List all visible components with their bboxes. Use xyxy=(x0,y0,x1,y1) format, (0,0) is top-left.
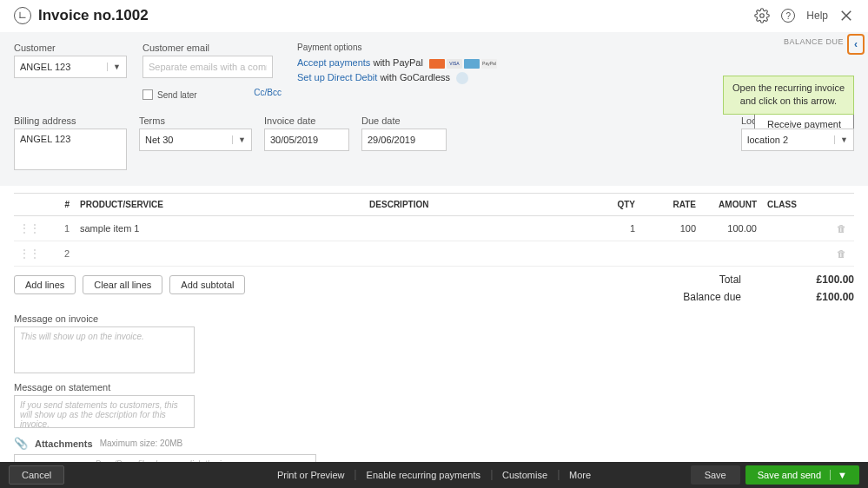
direct-debit-rest: with GoCardless xyxy=(377,72,450,82)
billing-address-input[interactable]: ANGEL 123 xyxy=(14,129,127,170)
billing-address-field: Billing address ANGEL 123 xyxy=(14,115,127,170)
ccbcc-link[interactable]: Cc/Bcc xyxy=(254,88,282,97)
row-class[interactable] xyxy=(762,241,832,267)
gocardless-icon xyxy=(456,72,468,84)
table-row[interactable]: ⋮⋮ 1 sample item 1 1 100 100.00 🗑 xyxy=(14,216,854,241)
enable-recurring-button[interactable]: Enable recurring payments xyxy=(356,470,492,480)
row-product[interactable]: sample item 1 xyxy=(75,216,364,241)
message-on-invoice-label: Message on invoice xyxy=(14,313,854,324)
row-rate[interactable] xyxy=(640,241,701,267)
customer-email-input[interactable] xyxy=(142,56,273,78)
col-qty: QTY xyxy=(580,194,640,216)
help-icon[interactable]: ? xyxy=(780,8,796,23)
row-product[interactable] xyxy=(75,241,364,267)
customer-value: ANGEL 123 xyxy=(20,62,70,72)
add-subtotal-button[interactable]: Add subtotal xyxy=(169,275,245,294)
terms-select[interactable]: Net 30 ▼ xyxy=(139,129,252,151)
billing-address-label: Billing address xyxy=(14,115,127,126)
mastercard-icon xyxy=(429,59,445,69)
cancel-button[interactable]: Cancel xyxy=(9,465,64,485)
totals: Total £100.00 Balance due £100.00 xyxy=(683,274,854,308)
row-qty[interactable] xyxy=(580,241,640,267)
open-drawer-arrow[interactable]: ‹ xyxy=(847,34,865,55)
invoice-date-label: Invoice date xyxy=(264,115,349,126)
terms-value: Net 30 xyxy=(145,135,173,145)
print-preview-button[interactable]: Print or Preview xyxy=(267,470,356,480)
gear-icon[interactable] xyxy=(754,8,770,23)
drag-handle-icon[interactable]: ⋮⋮ xyxy=(19,222,40,234)
save-and-send-button[interactable]: Save and send ▼ xyxy=(745,465,859,485)
chevron-down-icon: ▼ xyxy=(232,135,246,144)
row-description[interactable] xyxy=(364,216,580,241)
chevron-down-icon[interactable]: ▼ xyxy=(830,470,847,480)
customer-select[interactable]: ANGEL 123 ▼ xyxy=(14,56,127,78)
row-amount[interactable]: 100.00 xyxy=(701,216,762,241)
message-on-statement-label: Message on statement xyxy=(14,382,854,392)
row-num: 2 xyxy=(45,241,75,267)
chevron-down-icon: ▼ xyxy=(107,63,121,71)
more-button[interactable]: More xyxy=(559,470,601,480)
customer-email-label: Customer email xyxy=(142,43,282,53)
due-date-label: Due date xyxy=(361,115,447,126)
save-button[interactable]: Save xyxy=(691,465,740,485)
add-lines-button[interactable]: Add lines xyxy=(14,275,76,294)
line-items-table: # PRODUCT/SERVICE DESCRIPTION QTY RATE A… xyxy=(14,193,854,267)
col-rate: RATE xyxy=(640,194,701,216)
balance-due-value: £100.00 xyxy=(793,291,854,303)
clear-all-lines-button[interactable]: Clear all lines xyxy=(83,275,162,294)
terms-label: Terms xyxy=(139,115,252,126)
terms-field: Terms Net 30 ▼ xyxy=(139,115,252,170)
paypal-icon: PayPal xyxy=(481,59,497,69)
accept-payments-rest: with PayPal xyxy=(370,57,423,68)
due-date-input[interactable] xyxy=(361,129,447,151)
balance-due-label: BALANCE DUE xyxy=(784,37,844,46)
page-title: Invoice no.1002 xyxy=(38,7,149,24)
send-later-checkbox[interactable] xyxy=(142,89,153,100)
customer-email-field: Customer email Send later Cc/Bcc xyxy=(142,43,282,100)
row-qty[interactable]: 1 xyxy=(580,216,640,241)
customer-label: Customer xyxy=(14,43,127,53)
col-description: DESCRIPTION xyxy=(364,194,580,216)
svg-point-0 xyxy=(760,14,765,18)
attachments-label: Attachments xyxy=(35,439,93,449)
location-value: location 2 xyxy=(747,135,788,145)
direct-debit-link[interactable]: Set up Direct Debit xyxy=(297,72,377,82)
row-num: 1 xyxy=(45,216,75,241)
row-description[interactable] xyxy=(364,241,580,267)
tooltip-line2: and click on this arrow. xyxy=(732,95,845,108)
send-later-label: Send later xyxy=(157,90,197,100)
history-icon[interactable] xyxy=(14,7,31,24)
trash-icon[interactable]: 🗑 xyxy=(837,248,846,259)
row-class[interactable] xyxy=(762,216,832,241)
row-amount[interactable] xyxy=(701,241,762,267)
help-label[interactable]: Help xyxy=(806,10,828,22)
row-rate[interactable]: 100 xyxy=(640,216,701,241)
accept-payments-link[interactable]: Accept payments xyxy=(297,57,370,68)
total-label: Total xyxy=(719,274,741,286)
attachments-max: Maximum size: 20MB xyxy=(100,439,183,448)
amex-icon xyxy=(464,59,480,69)
chevron-down-icon: ▼ xyxy=(834,135,848,144)
trash-icon[interactable]: 🗑 xyxy=(837,223,846,234)
table-row[interactable]: ⋮⋮ 2 🗑 xyxy=(14,241,854,267)
invoice-date-field: Invoice date xyxy=(264,115,349,170)
invoice-top-section: BALANCE DUE ‹ Open the recurring invoice… xyxy=(0,32,868,186)
payment-options-label: Payment options xyxy=(297,43,497,52)
payment-options: Payment options Accept payments with Pay… xyxy=(297,43,497,100)
tooltip-line1: Open the recurring invoice xyxy=(732,82,845,95)
col-class: CLASS xyxy=(762,194,832,216)
invoice-date-input[interactable] xyxy=(264,129,349,151)
paperclip-icon[interactable]: 📎 xyxy=(14,437,28,450)
message-on-statement-textarea[interactable]: If you send statements to customers, thi… xyxy=(14,395,195,428)
col-product: PRODUCT/SERVICE xyxy=(75,194,364,216)
due-date-field: Due date xyxy=(361,115,447,170)
close-icon[interactable] xyxy=(838,8,854,23)
drag-handle-icon[interactable]: ⋮⋮ xyxy=(19,247,40,260)
customise-button[interactable]: Customise xyxy=(492,470,559,480)
tooltip: Open the recurring invoice and click on … xyxy=(723,76,854,115)
messages-section: Message on invoice This will show up on … xyxy=(0,313,868,473)
location-select[interactable]: location 2 ▼ xyxy=(741,129,854,151)
total-value: £100.00 xyxy=(793,274,854,286)
message-on-invoice-textarea[interactable]: This will show up on the invoice. xyxy=(14,326,195,373)
line-items-section: # PRODUCT/SERVICE DESCRIPTION QTY RATE A… xyxy=(0,193,868,308)
